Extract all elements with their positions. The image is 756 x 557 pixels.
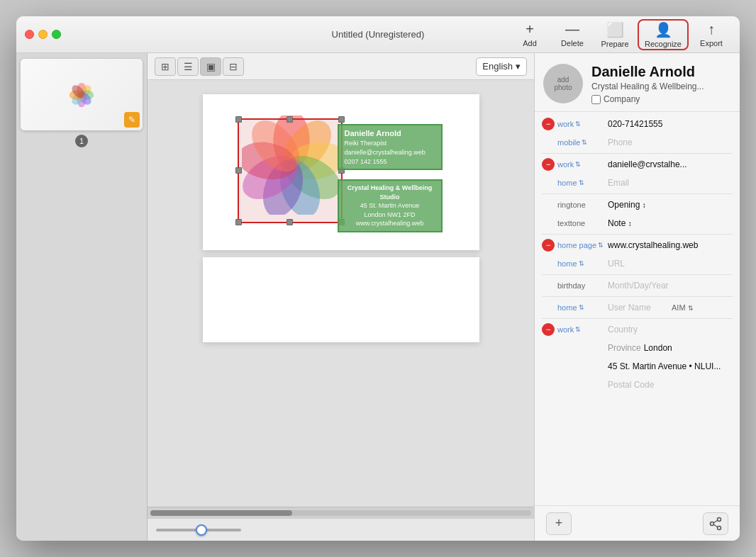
prepare-label: Prepare [601, 40, 628, 48]
company-checkbox-row: Company [591, 94, 731, 104]
work-email-label[interactable]: work ⇅ [557, 160, 604, 169]
svg-point-18 [718, 526, 721, 529]
zoom-slider[interactable] [156, 529, 241, 531]
field-home-email: home ⇅ Email [535, 174, 740, 192]
remove-home-page[interactable]: − [542, 239, 555, 252]
scrollbar-thumb[interactable] [150, 510, 292, 516]
sidebar: ✎ 1 [16, 53, 148, 541]
handle-bl[interactable] [235, 219, 242, 225]
toolbar: + Add — Delete ⬜ Prepare 👤 Recognize ↑ E… [510, 19, 731, 50]
card-name-box: Danielle Arnold Reiki Therapist danielle… [338, 124, 443, 170]
zoom-thumb[interactable] [196, 524, 207, 536]
separator-6 [542, 318, 733, 319]
home-page-label[interactable]: home page ⇅ [557, 241, 604, 249]
birthday-label: birthday [557, 281, 604, 290]
home-aim-username[interactable]: User Name [608, 303, 669, 313]
postal-placeholder[interactable]: Postal Code [608, 380, 733, 390]
view-btn-4[interactable]: ⊟ [223, 57, 244, 76]
work-phone-value[interactable]: 020-71421555 [608, 119, 733, 129]
avatar[interactable]: add photo [543, 64, 583, 103]
province-value[interactable]: London [644, 343, 733, 353]
card-email-text: danielle@crystalhealing.web [345, 148, 435, 157]
contact-name: Danielle Arnold [591, 63, 731, 80]
handle-tc[interactable] [287, 116, 293, 123]
home-email-placeholder[interactable]: Email [608, 178, 733, 188]
traffic-lights [25, 30, 61, 39]
zoom-area [148, 518, 534, 541]
work-country-label[interactable]: work ⇅ [557, 325, 604, 334]
horizontal-scrollbar[interactable] [148, 507, 534, 518]
remove-work-address[interactable]: − [542, 323, 555, 336]
aim-label: AIM ⇅ [672, 303, 733, 312]
contact-fields[interactable]: − work ⇅ 020-71421555 mobile ⇅ Phone − w… [535, 112, 740, 505]
field-postal: Postal Code [535, 376, 740, 394]
home-email-label[interactable]: home ⇅ [557, 179, 604, 187]
birthday-placeholder[interactable]: Month/Day/Year [608, 281, 733, 291]
field-home-aim: home ⇅ User Name AIM ⇅ [535, 298, 740, 317]
export-icon: ↑ [708, 21, 715, 38]
prepare-icon: ⬜ [606, 21, 624, 38]
handle-bc[interactable] [287, 219, 293, 225]
edit-badge: ✎ [124, 112, 140, 128]
canvas-area: Danielle Arnold Reiki Therapist danielle… [148, 80, 534, 541]
minimize-button[interactable] [38, 30, 48, 39]
recognize-label: Recognize [645, 40, 682, 48]
export-button[interactable]: ↑ Export [691, 19, 731, 50]
texttone-label: texttone [557, 219, 604, 227]
home-aim-label[interactable]: home ⇅ [557, 303, 604, 312]
add-field-button[interactable]: + [546, 512, 572, 535]
handle-ml[interactable] [235, 167, 242, 174]
work-phone-label[interactable]: work ⇅ [557, 120, 604, 128]
scrollbar-track[interactable] [150, 510, 531, 516]
field-work-country: − work ⇅ Country [535, 320, 740, 339]
maximize-button[interactable] [52, 30, 61, 39]
field-home-page: − home page ⇅ www.crystalhealing.web [535, 236, 740, 254]
view-btn-2[interactable]: ☰ [177, 57, 199, 76]
card-website-text: www.crystalhealing.web [345, 219, 435, 228]
recognize-icon: 👤 [655, 21, 672, 38]
delete-label: Delete [561, 39, 584, 47]
add-label: Add [523, 39, 537, 47]
street-value[interactable]: 45 St. Martin Avenue • NLUI... [608, 361, 733, 371]
main-window: Untitled (Unregistered) + Add — Delete ⬜… [16, 16, 740, 541]
texttone-value[interactable]: Note ↕ [608, 218, 733, 228]
home-page-value[interactable]: www.crystalhealing.web [608, 240, 733, 250]
delete-button[interactable]: — Delete [552, 19, 592, 50]
view-btn-3[interactable]: ▣ [200, 57, 221, 76]
canvas-scroll[interactable]: Danielle Arnold Reiki Therapist danielle… [148, 80, 534, 507]
home-url-label[interactable]: home ⇅ [557, 259, 604, 268]
close-button[interactable] [25, 30, 34, 39]
work-email-value[interactable]: danielle@crvstalhe... [608, 159, 733, 169]
view-btn-group: ⊞ ☰ ▣ ⊟ [155, 57, 244, 76]
svg-point-17 [718, 517, 721, 521]
card-canvas-front: Danielle Arnold Reiki Therapist danielle… [203, 94, 479, 250]
card-canvas-back [203, 257, 479, 342]
remove-work-email[interactable]: − [542, 158, 555, 171]
prepare-button[interactable]: ⬜ Prepare [595, 19, 635, 50]
remove-work-phone[interactable]: − [542, 118, 555, 130]
separator-5 [542, 296, 733, 297]
mobile-phone-label[interactable]: mobile ⇅ [557, 138, 604, 147]
home-url-placeholder[interactable]: URL [608, 259, 733, 269]
contact-name-area: Danielle Arnold Crystal Healing & Wellbe… [591, 63, 731, 104]
ringtone-label: ringtone [557, 201, 604, 209]
company-checkbox[interactable] [591, 95, 601, 104]
language-select[interactable]: English ▾ [476, 57, 527, 76]
add-button[interactable]: + Add [510, 19, 550, 50]
card-name-text: Danielle Arnold [345, 128, 435, 139]
selection-box[interactable] [238, 118, 343, 223]
card-thumbnail[interactable]: ✎ [21, 59, 143, 130]
svg-point-19 [711, 522, 714, 525]
window-title: Untitled (Unregistered) [332, 29, 425, 40]
add-icon: + [526, 21, 534, 38]
share-button[interactable] [703, 512, 728, 535]
separator-1 [542, 153, 733, 154]
ringtone-value[interactable]: Opening ↕ [608, 200, 733, 210]
view-btn-1[interactable]: ⊞ [155, 57, 176, 76]
handle-tr[interactable] [338, 116, 345, 123]
work-country-placeholder[interactable]: Country [608, 325, 733, 334]
mobile-phone-placeholder[interactable]: Phone [608, 137, 733, 147]
recognize-button[interactable]: 👤 Recognize [638, 19, 689, 50]
handle-tl[interactable] [235, 116, 242, 123]
content-pane: ⊞ ☰ ▣ ⊟ English ▾ [148, 53, 534, 541]
